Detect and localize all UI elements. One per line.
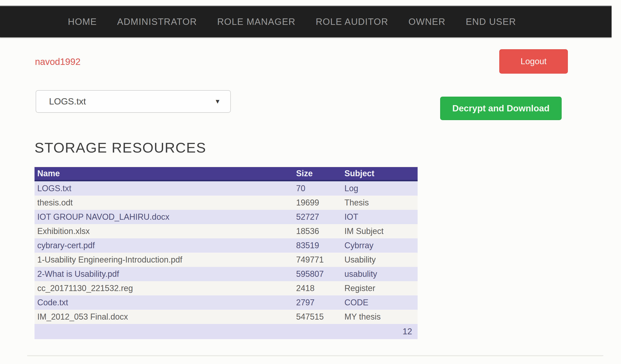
nav-item-role-manager[interactable]: ROLE MANAGER xyxy=(217,17,295,27)
cell-file-size: 749771 xyxy=(293,253,342,267)
pager-page-links[interactable]: 12 xyxy=(403,327,412,336)
cell-file-subject: IM Subject xyxy=(342,224,418,238)
cell-file-name: IOT GROUP NAVOD_LAHIRU.docx xyxy=(34,210,293,224)
logout-button[interactable]: Logout xyxy=(499,49,568,74)
table-row: IOT GROUP NAVOD_LAHIRU.docx 52727 IOT xyxy=(34,210,418,224)
caret-down-icon: ▼ xyxy=(214,98,221,105)
table-row: cc_20171130_221532.reg 2418 Register xyxy=(34,281,418,295)
table-row: IM_2012_053 Final.docx 547515 MY thesis xyxy=(34,310,418,324)
cell-file-name: thesis.odt xyxy=(34,196,293,210)
cell-file-name: LOGS.txt xyxy=(34,181,293,196)
cell-file-name: 1-Usability Engineering-Introduction.pdf xyxy=(34,253,293,267)
cell-file-size: 2418 xyxy=(293,281,342,295)
nav-item-home[interactable]: HOME xyxy=(68,17,97,27)
nav-item-administrator[interactable]: ADMINISTRATOR xyxy=(117,17,197,27)
nav-item-owner[interactable]: OWNER xyxy=(408,17,446,27)
cell-file-size: 547515 xyxy=(293,310,342,324)
file-select-dropdown[interactable]: LOGS.txt ▼ xyxy=(36,90,231,113)
cell-file-size: 70 xyxy=(293,181,342,196)
cell-file-subject: IOT xyxy=(342,210,418,224)
storage-resources-table: Name Size Subject LOGS.txt 70 Log thesis… xyxy=(34,167,418,339)
table-row: 2-What is Usability.pdf 595807 usabulity xyxy=(34,267,418,281)
cell-file-size: 2797 xyxy=(293,295,342,310)
cell-file-subject: MY thesis xyxy=(342,310,418,324)
nav-item-end-user[interactable]: END USER xyxy=(466,17,516,27)
column-header-subject: Subject xyxy=(342,167,418,181)
cell-file-name: Code.txt xyxy=(34,295,293,310)
cell-file-subject: Cybrray xyxy=(342,238,418,253)
cell-file-subject: Thesis xyxy=(342,196,418,210)
cell-file-subject: Register xyxy=(342,281,418,295)
cell-file-size: 83519 xyxy=(293,238,342,253)
pager-cell: 12 xyxy=(34,324,418,339)
bottom-divider xyxy=(27,355,603,356)
cell-file-subject: usabulity xyxy=(342,267,418,281)
column-header-name: Name xyxy=(34,167,293,181)
table-row: LOGS.txt 70 Log xyxy=(34,181,418,196)
table-row: cybrary-cert.pdf 83519 Cybrray xyxy=(34,238,418,253)
decrypt-and-download-button[interactable]: Decrypt and Download xyxy=(440,97,562,120)
cell-file-name: cc_20171130_221532.reg xyxy=(34,281,293,295)
cell-file-size: 52727 xyxy=(293,210,342,224)
nav-item-role-auditor[interactable]: ROLE AUDITOR xyxy=(316,17,388,27)
table-row: thesis.odt 19699 Thesis xyxy=(34,196,418,210)
cell-file-size: 19699 xyxy=(293,196,342,210)
column-header-size: Size xyxy=(293,167,342,181)
file-select-selected-value: LOGS.txt xyxy=(49,96,86,106)
page: HOME ADMINISTRATOR ROLE MANAGER ROLE AUD… xyxy=(0,0,621,364)
cell-file-size: 595807 xyxy=(293,267,342,281)
table-header-row: Name Size Subject xyxy=(34,167,418,181)
top-navbar: HOME ADMINISTRATOR ROLE MANAGER ROLE AUD… xyxy=(0,5,612,37)
table-row: Code.txt 2797 CODE xyxy=(34,295,418,310)
pager-row: 12 xyxy=(34,324,418,339)
cell-file-name: cybrary-cert.pdf xyxy=(34,238,293,253)
cell-file-name: IM_2012_053 Final.docx xyxy=(34,310,293,324)
cell-file-subject: CODE xyxy=(342,295,418,310)
cell-file-size: 18536 xyxy=(293,224,342,238)
table-row: Exhibition.xlsx 18536 IM Subject xyxy=(34,224,418,238)
cell-file-name: Exhibition.xlsx xyxy=(34,224,293,238)
cell-file-name: 2-What is Usability.pdf xyxy=(34,267,293,281)
page-title: STORAGE RESOURCES xyxy=(34,139,206,156)
table-row: 1-Usability Engineering-Introduction.pdf… xyxy=(34,253,418,267)
logged-in-username: navod1992 xyxy=(35,57,81,67)
cell-file-subject: Usability xyxy=(342,253,418,267)
cell-file-subject: Log xyxy=(342,181,418,196)
